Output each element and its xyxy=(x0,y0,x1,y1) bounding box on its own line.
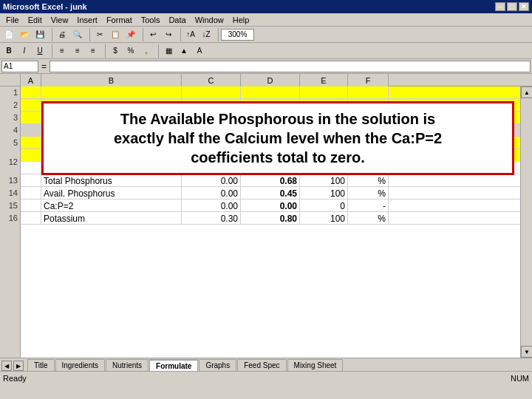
menu-tools[interactable]: Tools xyxy=(137,15,165,25)
tab-graphs[interactable]: Graphs xyxy=(199,359,236,371)
minimize-button[interactable]: ─ xyxy=(495,2,505,11)
tab-title[interactable]: Title xyxy=(27,359,55,371)
cell-cap2-sup[interactable]: 0.00 xyxy=(241,200,300,212)
cell-avail-phos-max[interactable]: 100 xyxy=(300,187,348,200)
cell-total-phos-sup[interactable]: 0.68 xyxy=(241,174,300,187)
cell-total-phos-req[interactable]: 0.00 xyxy=(182,174,241,187)
percent-button[interactable]: % xyxy=(123,44,138,58)
new-button[interactable]: 📄 xyxy=(1,28,16,41)
table-row: Avail. Phosphorus 0.00 0.45 100 % xyxy=(21,187,520,200)
tab-scroll-left[interactable]: ◀ xyxy=(1,361,12,371)
col-header-a[interactable]: A xyxy=(21,74,41,86)
menu-view[interactable]: View xyxy=(47,15,73,25)
cell-cap2-max[interactable]: 0 xyxy=(300,200,348,212)
cell-cap2[interactable]: Ca:P=2 xyxy=(41,200,182,212)
cell-r14-a[interactable] xyxy=(21,187,41,200)
borders-button[interactable]: ▦ xyxy=(161,44,176,58)
tab-ingredients[interactable]: Ingredients xyxy=(55,359,105,371)
fill-color-button[interactable]: ▲ xyxy=(177,44,191,58)
col-header-c[interactable]: C xyxy=(182,74,241,86)
cut-button[interactable]: ✂ xyxy=(92,28,107,41)
cell-r4-a[interactable] xyxy=(21,124,41,137)
print-button[interactable]: 🖨 xyxy=(55,28,69,41)
formula-input[interactable] xyxy=(50,61,531,72)
cell-r1-a[interactable] xyxy=(21,86,41,99)
paste-button[interactable]: 📌 xyxy=(123,28,138,41)
menu-data[interactable]: Data xyxy=(164,15,190,25)
cell-cap2-units[interactable]: - xyxy=(348,200,389,212)
cell-r15-a[interactable] xyxy=(21,200,41,212)
scroll-up-button[interactable]: ▲ xyxy=(521,86,532,98)
col-header-d[interactable]: D xyxy=(241,74,300,86)
bold-button[interactable]: B xyxy=(1,44,16,58)
align-center-button[interactable]: ≡ xyxy=(70,44,85,58)
cell-potassium-sup[interactable]: 0.80 xyxy=(241,212,300,225)
align-left-button[interactable]: ≡ xyxy=(55,44,69,58)
menu-format[interactable]: Format xyxy=(102,15,137,25)
cell-r1-b[interactable] xyxy=(41,86,182,99)
menu-window[interactable]: Window xyxy=(191,15,228,25)
close-button[interactable]: ✕ xyxy=(519,2,529,11)
tab-formulate[interactable]: Formulate xyxy=(149,359,198,371)
cell-potassium-req[interactable]: 0.30 xyxy=(182,212,241,225)
cell-avail-phos-units[interactable]: % xyxy=(348,187,389,200)
cell-total-phos[interactable]: Total Phosphorus xyxy=(41,174,182,187)
cell-total-phos-units[interactable]: % xyxy=(348,174,389,187)
cell-r5-a[interactable] xyxy=(21,137,41,149)
vertical-scrollbar[interactable]: ▲ ▼ xyxy=(520,86,532,358)
cell-r1-d[interactable] xyxy=(241,86,300,99)
menu-file[interactable]: File xyxy=(1,15,24,25)
name-box[interactable] xyxy=(1,61,38,72)
open-button[interactable]: 📂 xyxy=(17,28,32,41)
cell-r13-a[interactable] xyxy=(21,174,41,187)
menu-edit[interactable]: Edit xyxy=(24,15,47,25)
scroll-track[interactable] xyxy=(521,98,532,346)
maximize-button[interactable]: □ xyxy=(507,2,517,11)
menu-help[interactable]: Help xyxy=(228,15,254,25)
cell-r3-a[interactable] xyxy=(21,112,41,124)
col-header-f[interactable]: F xyxy=(348,74,389,86)
zoom-input[interactable] xyxy=(221,29,254,41)
col-header-e[interactable]: E xyxy=(300,74,348,86)
cell-potassium-units[interactable]: % xyxy=(348,212,389,225)
comma-button[interactable]: , xyxy=(139,44,154,58)
cell-r16-a[interactable] xyxy=(21,212,41,225)
italic-button[interactable]: I xyxy=(17,44,32,58)
cell-potassium-max[interactable]: 100 xyxy=(300,212,348,225)
cell-r2-a[interactable] xyxy=(21,99,41,112)
sort-desc-button[interactable]: ↓Z xyxy=(199,28,214,41)
cell-r1-c[interactable] xyxy=(182,86,241,99)
annotation-box: The Available Phosphorous in the solutio… xyxy=(41,101,514,175)
row-num-14: 14 xyxy=(0,187,20,200)
save-button[interactable]: 💾 xyxy=(33,28,47,41)
preview-button[interactable]: 🔍 xyxy=(70,28,85,41)
separator-5 xyxy=(216,28,219,41)
cell-avail-phos-sup[interactable]: 0.45 xyxy=(241,187,300,200)
cell-avail-phos-req[interactable]: 0.00 xyxy=(182,187,241,200)
cell-r1-f[interactable] xyxy=(348,86,389,99)
copy-button[interactable]: 📋 xyxy=(108,28,123,41)
tab-feed-spec[interactable]: Feed Spec xyxy=(237,359,286,371)
tab-mixing-sheet[interactable]: Mixing Sheet xyxy=(287,359,344,371)
separator-2 xyxy=(87,28,90,41)
cell-r12-a[interactable] xyxy=(21,149,41,174)
cell-avail-phos[interactable]: Avail. Phosphorus xyxy=(41,187,182,200)
underline-button[interactable]: U xyxy=(33,44,47,58)
redo-button[interactable]: ↪ xyxy=(161,28,176,41)
tab-scroll-right[interactable]: ▶ xyxy=(13,361,24,371)
undo-button[interactable]: ↩ xyxy=(146,28,160,41)
menu-insert[interactable]: Insert xyxy=(72,15,102,25)
cell-r1-e[interactable] xyxy=(300,86,348,99)
cell-potassium[interactable]: Potassium xyxy=(41,212,182,225)
cell-total-phos-max[interactable]: 100 xyxy=(300,174,348,187)
sort-asc-button[interactable]: ↑A xyxy=(183,28,198,41)
currency-button[interactable]: $ xyxy=(108,44,123,58)
grid-content: Nutrient column Required Supplied Max. U… xyxy=(21,86,520,358)
col-header-b[interactable]: B xyxy=(41,74,182,86)
font-color-button[interactable]: A xyxy=(192,44,207,58)
table-row: Potassium 0.30 0.80 100 % xyxy=(21,212,520,225)
cell-cap2-req[interactable]: 0.00 xyxy=(182,200,241,212)
align-right-button[interactable]: ≡ xyxy=(86,44,100,58)
scroll-down-button[interactable]: ▼ xyxy=(521,346,532,358)
tab-nutrients[interactable]: Nutrients xyxy=(106,359,149,371)
